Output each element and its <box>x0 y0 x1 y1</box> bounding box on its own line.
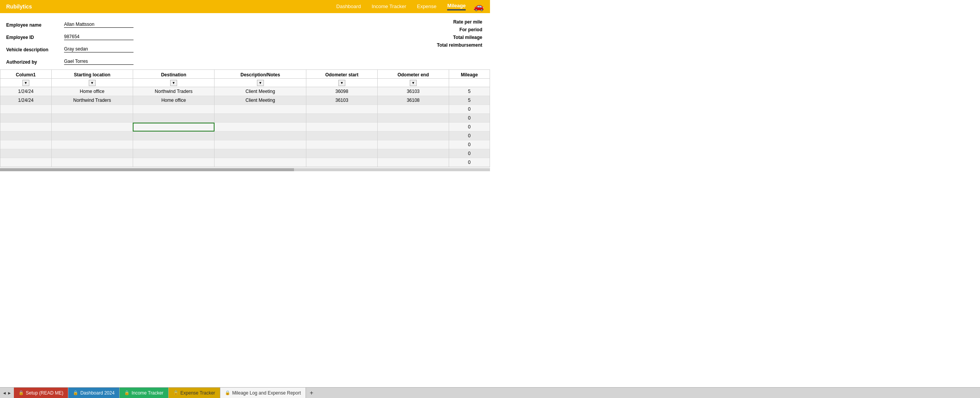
table-cell[interactable] <box>215 158 306 167</box>
table-cell[interactable] <box>0 158 51 167</box>
nav-bar: Rubilytics Dashboard Income Tracker Expe… <box>0 0 490 13</box>
table-cell[interactable] <box>133 158 214 167</box>
table-cell[interactable] <box>306 114 377 123</box>
table-cell[interactable]: Home office <box>51 87 133 96</box>
filter-odo-end-dropdown[interactable]: ▼ <box>410 80 417 86</box>
table-row[interactable]: 1/24/24Northwind TradersHome officeClien… <box>0 96 490 105</box>
table-cell[interactable] <box>377 140 449 149</box>
table-row[interactable]: 0 <box>0 132 490 140</box>
table-cell[interactable]: 5 <box>449 87 490 96</box>
filter-col1-dropdown[interactable]: ▼ <box>22 80 29 86</box>
table-cell[interactable] <box>0 132 51 140</box>
table-row[interactable]: 0 <box>0 140 490 149</box>
col-destination: Destination <box>133 70 214 79</box>
form-left: Employee name Employee ID Vehicle descri… <box>6 18 133 65</box>
table-cell[interactable]: 0 <box>449 158 490 167</box>
table-cell[interactable] <box>133 132 214 140</box>
table-cell[interactable] <box>306 158 377 167</box>
filter-dest-dropdown[interactable]: ▼ <box>170 80 177 86</box>
table-cell[interactable] <box>133 105 214 114</box>
table-cell[interactable] <box>51 132 133 140</box>
col-column1: Column1 <box>0 70 51 79</box>
table-cell[interactable]: 36108 <box>377 96 449 105</box>
table-cell[interactable] <box>133 123 214 132</box>
table-cell[interactable]: Client Meeting <box>215 96 306 105</box>
filter-dest: ▼ <box>133 79 214 87</box>
table-cell[interactable] <box>0 149 51 158</box>
col-description-notes: Description/Notes <box>215 70 306 79</box>
table-cell[interactable] <box>51 105 133 114</box>
authorized-by-input[interactable] <box>64 58 133 65</box>
filter-notes-dropdown[interactable]: ▼ <box>257 80 264 86</box>
table-cell[interactable] <box>51 158 133 167</box>
table-cell[interactable] <box>215 114 306 123</box>
table-row[interactable]: 0 <box>0 149 490 158</box>
table-cell[interactable] <box>0 140 51 149</box>
authorized-by-row: Authorized by <box>6 55 133 65</box>
table-cell[interactable]: 0 <box>449 105 490 114</box>
table-cell[interactable] <box>0 105 51 114</box>
table-cell[interactable] <box>377 158 449 167</box>
table-cell[interactable] <box>133 149 214 158</box>
table-cell[interactable]: Client Meeting <box>215 87 306 96</box>
table-cell[interactable] <box>0 114 51 123</box>
nav-mileage[interactable]: Mileage <box>447 3 466 10</box>
filter-start: ▼ <box>51 79 133 87</box>
table-cell[interactable] <box>0 123 51 132</box>
table-cell[interactable]: 36103 <box>377 87 449 96</box>
employee-name-input[interactable] <box>64 21 133 28</box>
table-cell[interactable] <box>51 140 133 149</box>
table-cell[interactable] <box>377 123 449 132</box>
table-cell[interactable] <box>215 132 306 140</box>
table-cell[interactable]: 0 <box>449 140 490 149</box>
table-cell[interactable] <box>306 140 377 149</box>
table-cell[interactable] <box>306 149 377 158</box>
table-cell[interactable] <box>215 140 306 149</box>
table-cell[interactable] <box>215 149 306 158</box>
filter-start-dropdown[interactable]: ▼ <box>89 80 96 86</box>
nav-income-tracker[interactable]: Income Tracker <box>372 3 406 10</box>
table-cell[interactable] <box>51 123 133 132</box>
table-cell[interactable]: 1/24/24 <box>0 96 51 105</box>
nav-dashboard[interactable]: Dashboard <box>336 3 361 10</box>
table-cell[interactable]: 36098 <box>306 87 377 96</box>
filter-row: ▼ ▼ ▼ ▼ ▼ ▼ <box>0 79 490 87</box>
filter-col1: ▼ <box>0 79 51 87</box>
vehicle-description-input[interactable] <box>64 46 133 52</box>
table-cell[interactable] <box>133 140 214 149</box>
table-cell[interactable] <box>215 123 306 132</box>
table-cell[interactable]: 36103 <box>306 96 377 105</box>
table-cell[interactable] <box>377 105 449 114</box>
mileage-table: Column1 Starting location Destination De… <box>0 70 490 167</box>
table-row[interactable]: 0 <box>0 123 490 132</box>
table-cell[interactable] <box>377 114 449 123</box>
filter-odo-start-dropdown[interactable]: ▼ <box>338 80 345 86</box>
table-cell[interactable] <box>306 132 377 140</box>
table-cell[interactable]: 0 <box>449 123 490 132</box>
table-cell[interactable] <box>377 132 449 140</box>
table-cell[interactable] <box>215 105 306 114</box>
horizontal-scrollbar[interactable] <box>0 168 490 171</box>
employee-name-row: Employee name <box>6 18 133 28</box>
table-cell[interactable] <box>133 114 214 123</box>
table-cell[interactable] <box>377 149 449 158</box>
table-row[interactable]: 0 <box>0 114 490 123</box>
table-cell[interactable]: Northwind Traders <box>51 96 133 105</box>
table-cell[interactable] <box>306 105 377 114</box>
table-cell[interactable]: 1/24/24 <box>0 87 51 96</box>
table-cell[interactable]: Home office <box>133 96 214 105</box>
table-cell[interactable]: Northwind Traders <box>133 87 214 96</box>
table-row[interactable]: 0 <box>0 105 490 114</box>
table-cell[interactable] <box>306 123 377 132</box>
table-cell[interactable]: 0 <box>449 132 490 140</box>
table-cell[interactable]: 0 <box>449 114 490 123</box>
table-cell[interactable] <box>51 114 133 123</box>
employee-id-input[interactable] <box>64 34 133 40</box>
for-period-label: For period <box>460 27 482 32</box>
table-cell[interactable]: 0 <box>449 149 490 158</box>
table-cell[interactable]: 5 <box>449 96 490 105</box>
nav-expense[interactable]: Expense <box>417 3 437 10</box>
table-row[interactable]: 1/24/24Home officeNorthwind TradersClien… <box>0 87 490 96</box>
table-cell[interactable] <box>51 149 133 158</box>
table-row[interactable]: 0 <box>0 158 490 167</box>
